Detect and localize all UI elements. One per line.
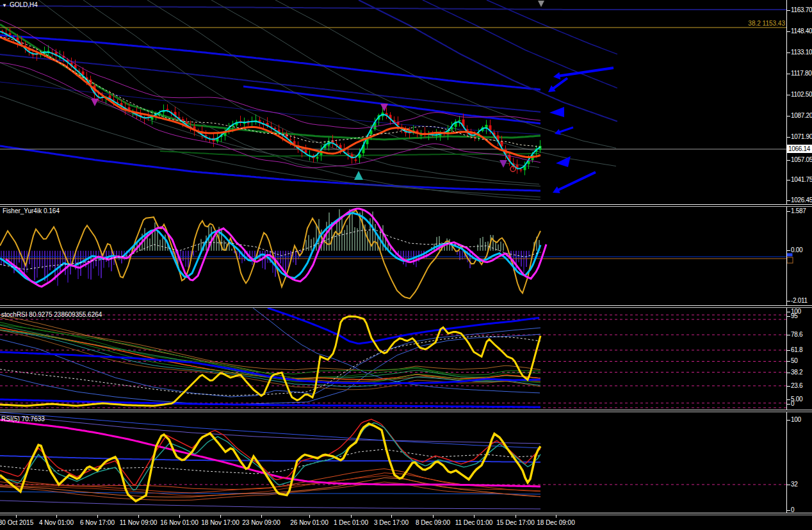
fib-level-label: 38.2 1153.43 <box>735 20 785 27</box>
price-scale-label: 1071.90 <box>791 133 812 140</box>
price-scale-label: 1087.20 <box>791 112 812 119</box>
price-scale-tick <box>787 180 790 181</box>
time-axis-tick <box>16 515 17 518</box>
price-scale-tick <box>787 74 790 74</box>
price-scale-label: 1117.80 <box>791 70 812 77</box>
time-axis-label: 3 Dec 17:00 <box>374 519 409 526</box>
time-axis-label: 23 Nov 09:00 <box>242 519 280 526</box>
time-axis-label: 11 Dec 01:00 <box>455 519 493 526</box>
symbol-text: GOLD,H4 <box>10 1 38 8</box>
time-axis-tick <box>516 515 516 518</box>
stochrsi-scale-label: 61.8 <box>791 346 802 353</box>
price-scale-tick <box>787 116 790 116</box>
rsi-indicator-label: RSI(5) 70.7633 <box>1 415 45 422</box>
time-axis-tick <box>261 515 262 518</box>
fisher-indicator-label: Fisher_Yur4ik 0.164 <box>3 207 60 214</box>
time-axis-separator <box>0 513 812 515</box>
rsi-scale-label-tick <box>787 485 790 485</box>
stochrsi-scale-label-tick <box>787 361 790 362</box>
time-axis-tick <box>97 515 98 518</box>
time-axis-label: 1 Dec 01:00 <box>334 519 368 526</box>
time-axis-tick <box>474 515 475 518</box>
stochrsi-scale-label: 78.6 <box>791 331 802 338</box>
rsi-scale-label: 0 <box>791 506 794 513</box>
stochrsi-scale-label-tick <box>787 316 790 317</box>
time-axis-tick <box>220 515 221 518</box>
price-scale-tick <box>787 31 790 32</box>
chevron-down-icon[interactable]: ▼ <box>2 3 7 8</box>
price-scale-label: 1102.50 <box>791 91 812 98</box>
time-axis-tick <box>351 515 352 518</box>
stochrsi-scale-label-tick <box>787 386 790 387</box>
time-axis-label: 4 Nov 01:00 <box>39 519 74 526</box>
fisher-scale-label: 1.587 <box>791 207 806 214</box>
stochrsi-scale-label-tick <box>787 399 790 400</box>
panel-separator[interactable] <box>0 410 812 412</box>
price-scale-tick <box>787 160 790 161</box>
time-axis-label: 6 Nov 17:00 <box>80 519 115 526</box>
chart-canvas[interactable] <box>0 0 812 530</box>
time-axis-label: 8 Dec 09:00 <box>416 519 450 526</box>
fisher-scale-label-tick <box>787 301 790 301</box>
stochrsi-scale-label: 0 <box>791 400 794 407</box>
time-axis-label: 30 Oct 2015 <box>0 519 33 526</box>
time-axis-label: 11 Nov 09:00 <box>120 519 158 526</box>
time-axis-tick <box>179 515 180 518</box>
stochrsi-indicator-label: stochRSI 80.9275 238609355.6264 <box>1 311 102 318</box>
rsi-scale-label: 100 <box>791 416 801 423</box>
stochrsi-scale-label-tick <box>787 335 790 335</box>
price-scale-label: 1041.75 <box>791 176 812 183</box>
chart-window: ▼GOLD,H4 38.2 1153.43 Fisher_Yur4ik 0.16… <box>0 0 812 530</box>
time-axis-tick <box>391 515 392 518</box>
time-axis-label: 18 Dec 09:00 <box>537 519 575 526</box>
fisher-scale-label: 0.00 <box>791 246 802 253</box>
time-axis-tick <box>56 515 57 518</box>
stochrsi-scale-label-tick <box>787 312 790 312</box>
time-axis-tick <box>433 515 434 518</box>
price-scale-tick <box>787 10 790 11</box>
time-axis-label: 18 Nov 17:00 <box>201 519 240 526</box>
price-scale-border <box>786 0 787 513</box>
price-scale-label: 1057.05 <box>791 156 812 163</box>
time-axis-label: 16 Nov 01:00 <box>160 519 199 526</box>
price-scale-label: 1026.45 <box>791 197 812 204</box>
stochrsi-scale-label: 38.2 <box>791 369 802 376</box>
price-scale-label: 1148.40 <box>791 28 812 35</box>
stochrsi-scale-label-tick <box>787 373 790 373</box>
stochrsi-scale-label: 50 <box>791 357 798 364</box>
price-scale-tick <box>787 95 790 95</box>
time-axis-tick <box>556 515 556 518</box>
panel-separator[interactable] <box>0 204 812 207</box>
time-axis-tick <box>138 515 139 518</box>
time-axis-label: 15 Dec 17:00 <box>496 519 535 526</box>
price-scale-label: 1133.10 <box>791 49 812 56</box>
panel-separator[interactable] <box>0 305 812 308</box>
price-scale-tick <box>787 137 790 138</box>
time-axis-tick <box>309 515 310 518</box>
price-scale-label: 1163.70 <box>791 6 812 13</box>
price-scale-tick <box>787 200 790 201</box>
price-scale-tick <box>787 52 790 53</box>
stochrsi-scale-label: 95 <box>791 312 798 319</box>
rsi-scale-label: 32 <box>791 481 798 488</box>
current-price-box: 1066.14 <box>787 145 812 153</box>
fisher-scale-label-tick <box>787 250 790 251</box>
stochrsi-scale-label-tick <box>787 350 790 351</box>
fisher-scale-label: -2.011 <box>791 297 808 304</box>
rsi-scale-label-tick <box>787 510 790 511</box>
symbol-label: ▼GOLD,H4 <box>2 1 38 8</box>
stochrsi-scale-label-tick <box>787 404 790 405</box>
stochrsi-scale-label: 23.6 <box>791 382 802 389</box>
fisher-scale-label-tick <box>787 211 790 212</box>
time-axis-label: 26 Nov 01:00 <box>290 519 329 526</box>
rsi-scale-label-tick <box>787 420 790 421</box>
